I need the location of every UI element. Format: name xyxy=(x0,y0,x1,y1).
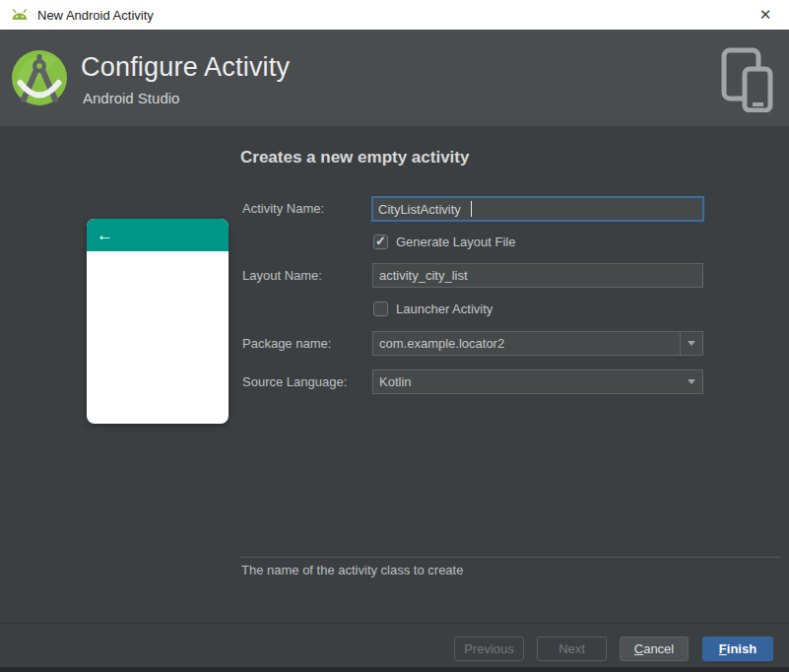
previous-button[interactable]: Previous xyxy=(454,637,524,661)
layout-name-input[interactable] xyxy=(372,263,703,288)
package-name-label: Package name: xyxy=(242,331,331,356)
cancel-button-label: Cancel xyxy=(634,641,674,656)
chevron-down-icon xyxy=(688,341,695,346)
section-heading: Creates a new empty activity xyxy=(240,148,469,168)
title-bar: New Android Activity ✕ xyxy=(0,0,789,30)
source-language-value: Kotlin xyxy=(373,374,680,389)
activity-name-label: Activity Name: xyxy=(242,196,324,222)
wizard-header: Configure Activity Android Studio xyxy=(0,30,789,126)
text-caret xyxy=(471,201,472,217)
cancel-button[interactable]: Cancel xyxy=(620,637,689,661)
source-language-select[interactable]: Kotlin xyxy=(372,370,703,394)
page-subtitle: Android Studio xyxy=(83,90,179,106)
close-icon[interactable]: ✕ xyxy=(754,4,777,26)
finish-button[interactable]: Finish xyxy=(702,637,773,661)
activity-preview: ← xyxy=(87,219,229,424)
wizard-footer: Previous Next Cancel Finish xyxy=(0,623,789,667)
package-name-value[interactable]: com.example.locator2 xyxy=(373,336,680,351)
source-language-label: Source Language: xyxy=(242,370,347,394)
next-button-label: Next xyxy=(559,641,585,656)
previous-button-label: Previous xyxy=(464,641,514,656)
activity-name-input[interactable] xyxy=(371,196,704,222)
source-language-dropdown-button[interactable] xyxy=(680,370,702,393)
package-name-combobox[interactable]: com.example.locator2 xyxy=(372,331,703,356)
wizard-content: Creates a new empty activity ← Activity … xyxy=(0,126,789,623)
page-title: Configure Activity xyxy=(81,52,290,83)
chevron-down-icon xyxy=(688,379,695,384)
preview-appbar: ← xyxy=(87,219,229,251)
phone-tablet-icon xyxy=(720,47,773,112)
android-studio-logo-icon xyxy=(12,50,67,105)
field-hint: The name of the activity class to create xyxy=(241,563,463,577)
window-title: New Android Activity xyxy=(37,8,154,23)
launcher-activity-label: Launcher Activity xyxy=(396,302,493,316)
next-button[interactable]: Next xyxy=(537,637,607,661)
generate-layout-file-row[interactable]: Generate Layout File xyxy=(373,235,515,249)
hint-separator xyxy=(240,557,781,558)
android-head-icon xyxy=(10,7,30,23)
generate-layout-file-label: Generate Layout File xyxy=(396,235,515,249)
back-arrow-icon: ← xyxy=(97,227,113,243)
layout-name-label: Layout Name: xyxy=(242,263,322,288)
launcher-activity-row[interactable]: Launcher Activity xyxy=(373,302,493,316)
launcher-activity-checkbox[interactable] xyxy=(373,302,388,316)
generate-layout-file-checkbox[interactable] xyxy=(373,235,388,249)
window-bottom-edge xyxy=(0,667,789,672)
new-android-activity-dialog: New Android Activity ✕ Configure Activit… xyxy=(0,0,789,672)
package-name-dropdown-button[interactable] xyxy=(680,332,702,355)
finish-button-label: Finish xyxy=(719,641,756,656)
activity-name-field-wrap xyxy=(371,196,704,222)
